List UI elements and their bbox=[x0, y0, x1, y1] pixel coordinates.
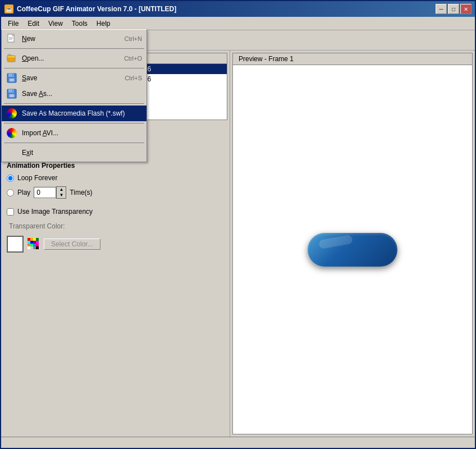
right-panel: Preview - Frame 1 bbox=[230, 51, 475, 437]
svg-rect-17 bbox=[30, 238, 33, 241]
file-dropdown-menu: New Ctrl+N Open... Ctrl+O Save Ctrl+S bbox=[1, 29, 147, 162]
flash-icon bbox=[6, 108, 17, 119]
open-label: Open... bbox=[22, 54, 120, 62]
play-input[interactable] bbox=[34, 187, 56, 198]
saveflash-label: Save As Macromedia Flash (*.swf) bbox=[22, 109, 138, 117]
play-times-row: Play ▲ ▼ Time(s) bbox=[7, 186, 224, 199]
svg-rect-30 bbox=[33, 246, 36, 249]
open-shortcut: Ctrl+O bbox=[124, 55, 142, 62]
svg-rect-28 bbox=[28, 246, 30, 249]
separator-4 bbox=[4, 123, 144, 123]
svg-rect-25 bbox=[30, 244, 33, 246]
loop-forever-radio[interactable] bbox=[7, 175, 14, 182]
svg-rect-23 bbox=[36, 241, 39, 244]
menu-item-importavi[interactable]: Import AVI... bbox=[2, 125, 147, 141]
menu-file[interactable]: File bbox=[3, 19, 23, 29]
animation-heading: Animation Properties bbox=[7, 162, 75, 169]
title-bar-left: ☕ CoffeeCup GIF Animator Version 7.0 - [… bbox=[4, 4, 176, 13]
menu-item-exit[interactable]: Exit bbox=[2, 145, 147, 161]
menu-item-save[interactable]: Save Ctrl+S bbox=[2, 70, 147, 86]
transparent-color-label: Transparent Color: bbox=[9, 222, 65, 230]
status-bar bbox=[1, 437, 475, 448]
new-shortcut: Ctrl+N bbox=[125, 35, 142, 42]
transparency-checkbox[interactable] bbox=[7, 208, 14, 216]
exit-icon bbox=[6, 147, 17, 158]
save-icon bbox=[6, 72, 17, 84]
title-buttons: ─ □ ✕ bbox=[436, 4, 472, 14]
app-icon: ☕ bbox=[4, 4, 13, 13]
saveas-icon bbox=[6, 88, 17, 99]
separator-5 bbox=[4, 143, 144, 143]
svg-rect-29 bbox=[30, 246, 33, 249]
svg-rect-18 bbox=[33, 238, 36, 241]
svg-rect-27 bbox=[36, 244, 39, 246]
save-label: Save bbox=[22, 74, 120, 82]
play-label: Play bbox=[17, 189, 30, 196]
play-unit: Time(s) bbox=[70, 189, 92, 196]
new-icon bbox=[6, 33, 17, 44]
transparent-color-label-row: Transparent Color: bbox=[9, 222, 224, 230]
menu-item-saveflash[interactable]: Save As Macromedia Flash (*.swf) bbox=[2, 106, 147, 121]
loop-forever-row: Loop Forever bbox=[7, 174, 224, 182]
svg-rect-21 bbox=[30, 241, 33, 244]
window-title: CoffeeCup GIF Animator Version 7.0 - [UN… bbox=[17, 5, 176, 13]
play-spinner: ▲ ▼ bbox=[34, 186, 66, 199]
svg-rect-20 bbox=[28, 241, 30, 244]
gif-preview bbox=[308, 233, 397, 267]
color-picker-row: Select Color... bbox=[7, 236, 224, 253]
svg-rect-24 bbox=[28, 244, 30, 246]
svg-rect-2 bbox=[9, 37, 13, 38]
svg-rect-4 bbox=[9, 39, 12, 40]
menu-edit[interactable]: Edit bbox=[23, 19, 44, 29]
new-label: New bbox=[22, 35, 120, 43]
svg-rect-22 bbox=[33, 241, 36, 244]
separator-3 bbox=[4, 103, 144, 104]
menu-tools[interactable]: Tools bbox=[67, 19, 92, 29]
title-bar: ☕ CoffeeCup GIF Animator Version 7.0 - [… bbox=[1, 1, 475, 17]
svg-rect-26 bbox=[33, 244, 36, 246]
color-box[interactable] bbox=[7, 236, 24, 253]
svg-rect-8 bbox=[12, 74, 13, 76]
menu-bar: File Edit View Tools Help New Ctrl+N Ope… bbox=[1, 17, 475, 30]
avi-icon bbox=[6, 127, 17, 139]
preview-area bbox=[232, 65, 473, 434]
minimize-button[interactable]: ─ bbox=[436, 4, 447, 14]
loop-forever-label: Loop Forever bbox=[17, 174, 57, 182]
play-up-button[interactable]: ▲ bbox=[57, 187, 66, 193]
svg-rect-13 bbox=[12, 89, 13, 92]
play-down-button[interactable]: ▼ bbox=[57, 193, 66, 198]
importavi-label: Import AVI... bbox=[22, 129, 138, 137]
menu-view[interactable]: View bbox=[44, 19, 67, 29]
save-shortcut: Ctrl+S bbox=[125, 75, 142, 81]
separator-2 bbox=[4, 68, 144, 68]
svg-rect-15 bbox=[10, 94, 14, 97]
svg-rect-10 bbox=[10, 79, 14, 81]
saveas-label: Save As... bbox=[22, 90, 138, 98]
select-color-button[interactable]: Select Color... bbox=[44, 239, 100, 250]
close-button[interactable]: ✕ bbox=[460, 4, 472, 14]
separator-1 bbox=[4, 48, 144, 49]
transparency-label: Use Image Transparency bbox=[17, 208, 93, 216]
menu-help[interactable]: Help bbox=[92, 19, 115, 29]
svg-rect-31 bbox=[36, 246, 39, 249]
play-times-radio[interactable] bbox=[7, 189, 14, 196]
maximize-button[interactable]: □ bbox=[448, 4, 459, 14]
palette-icon[interactable] bbox=[27, 237, 40, 251]
svg-rect-19 bbox=[36, 238, 39, 241]
svg-rect-3 bbox=[9, 38, 13, 39]
svg-rect-16 bbox=[28, 238, 30, 241]
menu-item-new[interactable]: New Ctrl+N bbox=[2, 31, 147, 47]
main-window: ☕ CoffeeCup GIF Animator Version 7.0 - [… bbox=[0, 0, 476, 449]
preview-tab[interactable]: Preview - Frame 1 bbox=[232, 53, 473, 65]
menu-item-open[interactable]: Open... Ctrl+O bbox=[2, 51, 147, 66]
exit-label: Exit bbox=[22, 149, 138, 157]
play-spinner-buttons: ▲ ▼ bbox=[56, 186, 66, 199]
open-icon bbox=[6, 53, 17, 64]
transparency-row: Use Image Transparency bbox=[7, 208, 224, 216]
menu-item-saveas[interactable]: Save As... bbox=[2, 86, 147, 102]
